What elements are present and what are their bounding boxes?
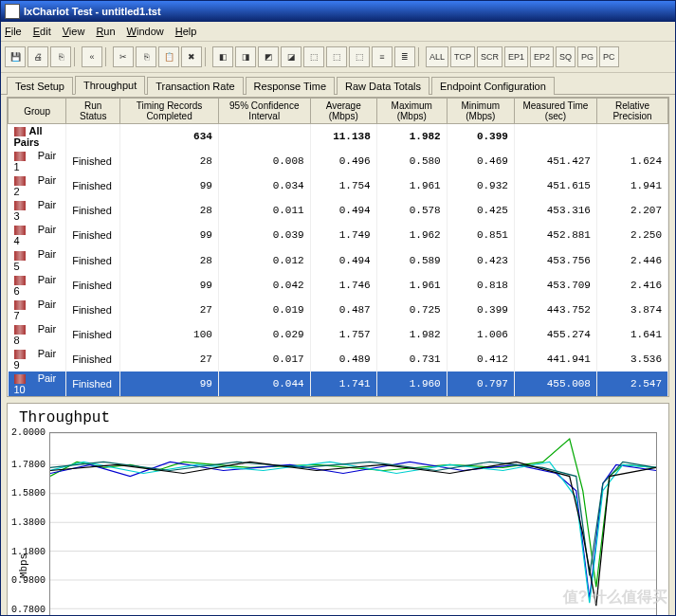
tab-test-setup[interactable]: Test Setup <box>7 77 73 95</box>
pair-icon <box>14 201 26 210</box>
pair-icon <box>14 152 26 161</box>
pair-icon <box>14 226 26 235</box>
tab-endpoint-configuration[interactable]: Endpoint Configuration <box>431 77 555 95</box>
app-icon <box>5 4 20 19</box>
print-icon[interactable]: 🖨 <box>27 46 48 67</box>
filter-ep1[interactable]: EP1 <box>504 46 528 67</box>
group-icon <box>14 127 26 136</box>
table-row[interactable]: Pair 1Finished280.0080.4960.5800.469451.… <box>9 149 668 173</box>
menu-help[interactable]: Help <box>175 26 197 37</box>
window-title: IxChariot Test - untitled1.tst <box>24 6 161 17</box>
menu-window[interactable]: Window <box>127 26 164 37</box>
export-icon[interactable]: ⎘ <box>50 46 71 67</box>
table-row[interactable]: Pair 7Finished270.0190.4870.7250.399443.… <box>9 298 668 322</box>
delete-icon[interactable]: ✖ <box>181 46 202 67</box>
pair12-icon[interactable]: ≣ <box>394 46 415 67</box>
chart-lines <box>50 433 656 616</box>
tab-response-time[interactable]: Response Time <box>246 77 335 95</box>
pair-icon <box>14 325 26 335</box>
menu-edit[interactable]: Edit <box>33 26 51 37</box>
filter-pg[interactable]: PG <box>577 46 597 67</box>
filter-pc[interactable]: PC <box>599 46 619 67</box>
table-row[interactable]: Pair 9Finished270.0170.4890.7310.412441.… <box>9 347 668 371</box>
table-row[interactable]: Pair 3Finished280.0110.4940.5780.425453.… <box>9 198 668 223</box>
filter-ep2[interactable]: EP2 <box>530 46 554 67</box>
pair-icon <box>14 251 26 261</box>
tab-raw-data-totals[interactable]: Raw Data Totals <box>337 77 429 95</box>
col-header[interactable]: Measured Time (sec) <box>514 99 596 124</box>
net-icon[interactable]: ⬚ <box>303 46 324 67</box>
pair-icon <box>14 350 26 359</box>
table-row[interactable]: Pair 5Finished280.0120.4940.5890.423453.… <box>9 247 668 272</box>
all-pairs-row[interactable]: All Pairs63411.1381.9820.399 <box>9 124 668 150</box>
table-row[interactable]: Pair 2Finished990.0341.7541.9610.932451.… <box>9 173 668 198</box>
title-bar[interactable]: IxChariot Test - untitled1.tst <box>1 1 675 22</box>
copy-icon[interactable]: ⎘ <box>136 46 156 67</box>
pair-icon <box>14 374 26 384</box>
paste-icon[interactable]: 📋 <box>158 46 179 67</box>
chart-area: Mbps 0.38000.58000.78000.98001.18001.380… <box>49 432 657 616</box>
col-header[interactable]: Minimum (Mbps) <box>447 99 514 124</box>
col-header[interactable]: Run Status <box>66 99 120 124</box>
plot-area[interactable] <box>49 432 657 616</box>
menu-view[interactable]: View <box>63 26 85 37</box>
pair-icon[interactable]: ≡ <box>372 46 393 67</box>
col-header[interactable]: Average (Mbps) <box>310 99 376 124</box>
col-header[interactable]: Group <box>9 99 66 124</box>
chart-title: Throughput <box>11 408 665 428</box>
tab-transaction-rate[interactable]: Transaction Rate <box>147 77 243 95</box>
back-icon[interactable]: « <box>82 46 102 67</box>
pair-icon <box>14 176 26 186</box>
table-row[interactable]: Pair 8Finished1000.0291.7571.9821.006455… <box>9 322 668 347</box>
filter-sq[interactable]: SQ <box>556 46 576 67</box>
table-row[interactable]: Pair 6Finished990.0421.7461.9610.818453.… <box>9 273 668 298</box>
tab-strip: Test SetupThroughputTransaction RateResp… <box>1 73 675 95</box>
tab-throughput[interactable]: Throughput <box>75 76 145 95</box>
results-table: GroupRun StatusTiming Records Completed9… <box>7 97 669 397</box>
net3-icon[interactable]: ⬚ <box>349 46 370 67</box>
filter-tcp[interactable]: TCP <box>450 46 475 67</box>
cut-icon[interactable]: ✂ <box>113 46 134 67</box>
pair-icon <box>14 300 26 310</box>
pair-icon <box>14 276 26 285</box>
chart-panel: Throughput Mbps 0.38000.58000.78000.9800… <box>7 403 669 616</box>
table-row[interactable]: Pair 4Finished990.0391.7491.9620.851452.… <box>9 223 668 247</box>
toolbar: 💾🖨⎘«✂⎘📋✖◧◨◩◪⬚⬚⬚≡≣ALLTCPSCREP1EP2SQPGPC <box>1 42 675 73</box>
menu-run[interactable]: Run <box>96 26 115 37</box>
table-row[interactable]: Pair 10Finished990.0441.7411.9600.797455… <box>9 371 668 396</box>
filter-scr[interactable]: SCR <box>477 46 502 67</box>
hosts-icon[interactable]: ◧ <box>212 46 233 67</box>
hosts2-icon[interactable]: ◨ <box>235 46 256 67</box>
col-header[interactable]: Maximum (Mbps) <box>376 99 447 124</box>
y-axis-ticks: 0.38000.58000.78000.98001.18001.38001.58… <box>13 432 47 616</box>
hosts3-icon[interactable]: ◩ <box>258 46 279 67</box>
col-header[interactable]: Relative Precision <box>596 99 667 124</box>
menu-file[interactable]: File <box>5 26 22 37</box>
filter-all[interactable]: ALL <box>426 46 448 67</box>
app-window: IxChariot Test - untitled1.tst FileEditV… <box>0 0 676 616</box>
save-icon[interactable]: 💾 <box>5 46 26 67</box>
col-header[interactable]: Timing Records Completed <box>120 99 219 124</box>
net2-icon[interactable]: ⬚ <box>326 46 347 67</box>
col-header[interactable]: 95% Confidence Interval <box>218 99 310 124</box>
menu-bar: FileEditViewRunWindowHelp <box>1 22 675 42</box>
hosts4-icon[interactable]: ◪ <box>281 46 301 67</box>
